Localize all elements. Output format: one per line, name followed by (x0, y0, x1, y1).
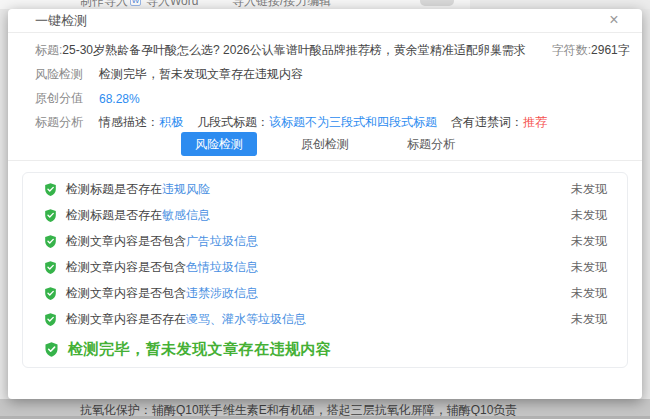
modal-title: 一键检测 (35, 13, 87, 28)
shield-check-icon (43, 182, 58, 197)
background-article: 抗氧化保护：辅酶Q10联手维生素E和有机硒，搭起三层抗氧化屏障，辅酶Q10负责 (0, 399, 650, 419)
segment-value: 该标题不为三段式和四段式标题 (269, 114, 437, 131)
risk-result: 检测完毕，暂未发现文章存在违规内容 (99, 66, 303, 83)
import-word-button[interactable]: 导入Word (146, 0, 198, 9)
shield-check-icon (43, 286, 58, 301)
risk-label: 风险检测 (35, 66, 99, 83)
check-result: 未发现 (571, 311, 607, 328)
article-title: 25-30岁熟龄备孕叶酸怎么选? 2026公认靠谱叶酸品牌推荐榜，黄余堂精准适配… (62, 42, 525, 59)
tab-bar: 风险检测 原创检测 标题分析 (8, 132, 642, 161)
import-link-button[interactable]: 导入链接/接力编辑 (232, 0, 331, 9)
score-info-row: 原创分值 68.28% (35, 92, 615, 105)
sentiment-label: 情感描述： (99, 114, 159, 131)
check-text: 检测标题是否存在 (66, 207, 162, 224)
check-row-political: 检测文章内容是否包含 违禁涉政信息 未发现 (43, 280, 607, 306)
check-result: 未发现 (571, 233, 607, 250)
check-text: 检测文章内容是否存在 (66, 311, 186, 328)
shield-check-icon (43, 260, 58, 275)
check-row-abuse-spam: 检测文章内容是否存在 谩骂、灌水等垃圾信息 未发现 (43, 306, 607, 332)
check-row-ad-spam: 检测文章内容是否包含 广告垃圾信息 未发现 (43, 228, 607, 254)
check-result: 未发现 (571, 259, 607, 276)
shield-check-icon (43, 234, 58, 249)
word-icon: W (130, 0, 141, 6)
check-highlight: 违禁涉政信息 (186, 285, 258, 302)
shield-check-icon (43, 341, 60, 358)
tab-title-analysis[interactable]: 标题分析 (393, 132, 469, 156)
check-highlight: 色情垃圾信息 (186, 259, 258, 276)
check-result: 未发现 (571, 181, 607, 198)
char-count: 2961字 (591, 42, 630, 59)
shield-check-icon (43, 208, 58, 223)
risk-info-row: 风险检测 检测完毕，暂未发现文章存在违规内容 (35, 68, 615, 81)
check-text: 检测标题是否存在 (66, 181, 162, 198)
title-label: 标题: (35, 42, 62, 59)
banned-words-value: 推荐 (523, 114, 547, 131)
sentiment-value: 积极 (159, 114, 183, 131)
detection-modal: 一键检测 × 标题: 25-30岁熟龄备孕叶酸怎么选? 2026公认靠谱叶酸品牌… (8, 9, 642, 399)
summary-row: 检测完毕，暂未发现文章存在违规内容 (43, 334, 607, 364)
segment-label: 几段式标题： (197, 114, 269, 131)
check-text: 检测文章内容是否包含 (66, 259, 186, 276)
check-text: 检测文章内容是否包含 (66, 285, 186, 302)
checklist-card: 检测标题是否存在 违规风险 未发现 检测标题是否存在 敏感信息 未发现 检测文章… (22, 172, 628, 368)
tab-risk-detection[interactable]: 风险检测 (181, 132, 257, 156)
title-analysis-row: 标题分析 情感描述： 积极 几段式标题： 该标题不为三段式和四段式标题 含有违禁… (35, 116, 615, 129)
check-highlight: 谩骂、灌水等垃圾信息 (186, 311, 306, 328)
summary-text: 检测完毕，暂未发现文章存在违规内容 (68, 340, 332, 359)
check-highlight: 违规风险 (162, 181, 210, 198)
tab-originality[interactable]: 原创检测 (287, 132, 363, 156)
shield-check-icon (43, 312, 58, 327)
check-highlight: 广告垃圾信息 (186, 233, 258, 250)
check-result: 未发现 (571, 207, 607, 224)
toolbar-toggle[interactable] (420, 0, 454, 6)
background-toolbar: 制作导入： W 导入Word 导入链接/接力编辑 (0, 0, 650, 9)
analysis-label: 标题分析 (35, 114, 99, 131)
check-highlight: 敏感信息 (162, 207, 210, 224)
close-icon[interactable]: × (602, 9, 626, 33)
check-row-porn-spam: 检测文章内容是否包含 色情垃圾信息 未发现 (43, 254, 607, 280)
score-label: 原创分值 (35, 90, 99, 107)
title-info-row: 标题: 25-30岁熟龄备孕叶酸怎么选? 2026公认靠谱叶酸品牌推荐榜，黄余堂… (35, 44, 615, 57)
check-result: 未发现 (571, 285, 607, 302)
article-text: 抗氧化保护：辅酶Q10联手维生素E和有机硒，搭起三层抗氧化屏障，辅酶Q10负责 (80, 402, 517, 419)
modal-header: 一键检测 × (8, 9, 642, 33)
info-section: 标题: 25-30岁熟龄备孕叶酸怎么选? 2026公认靠谱叶酸品牌推荐榜，黄余堂… (8, 33, 642, 129)
originality-score: 68.28% (99, 92, 140, 106)
char-count-label: 字符数: (552, 42, 591, 59)
banned-words-label: 含有违禁词： (451, 114, 523, 131)
check-row-sensitive-info: 检测标题是否存在 敏感信息 未发现 (43, 202, 607, 228)
check-text: 检测文章内容是否包含 (66, 233, 186, 250)
toolbar-shade (470, 0, 650, 9)
check-row-violation-risk: 检测标题是否存在 违规风险 未发现 (43, 176, 607, 202)
